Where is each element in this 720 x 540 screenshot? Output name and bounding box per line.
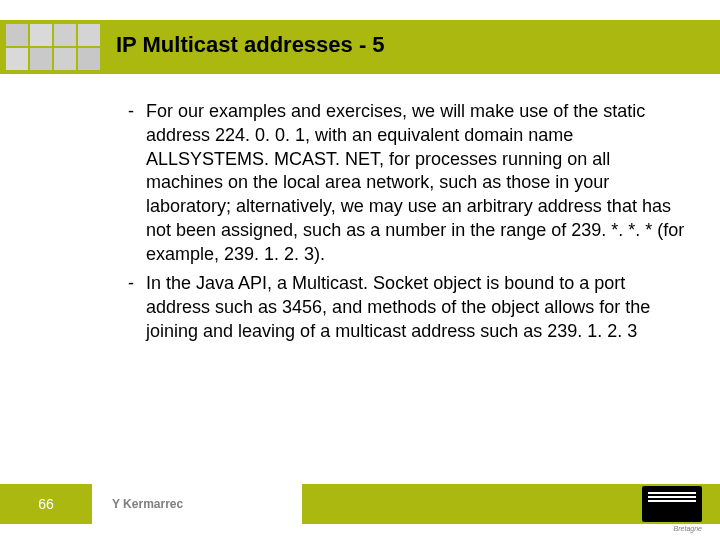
decor-tile <box>78 24 100 46</box>
bullet-item: - In the Java API, a Multicast. Socket o… <box>128 272 688 343</box>
telecom-logo <box>642 486 702 522</box>
bullet-marker: - <box>128 100 146 266</box>
page-number: 66 <box>0 484 92 524</box>
bullet-text: In the Java API, a Multicast. Socket obj… <box>146 272 688 343</box>
decor-tile <box>54 48 76 70</box>
decor-accent <box>102 24 108 70</box>
bullet-marker: - <box>128 272 146 343</box>
decor-tile <box>54 24 76 46</box>
decor-tile <box>6 24 28 46</box>
decor-tile <box>78 48 100 70</box>
decor-tile <box>30 48 52 70</box>
bullet-item: - For our examples and exercises, we wil… <box>128 100 688 266</box>
bullet-text: For our examples and exercises, we will … <box>146 100 688 266</box>
author-name: Y Kermarrec <box>112 484 183 524</box>
footer: 66 Y Kermarrec <box>0 484 720 524</box>
slide-title: IP Multicast addresses - 5 <box>116 32 385 58</box>
decor-tile <box>30 24 52 46</box>
slide-body: - For our examples and exercises, we wil… <box>128 100 688 350</box>
telecom-logo-subtext: Bretagne <box>674 525 702 532</box>
decor-tile <box>6 48 28 70</box>
